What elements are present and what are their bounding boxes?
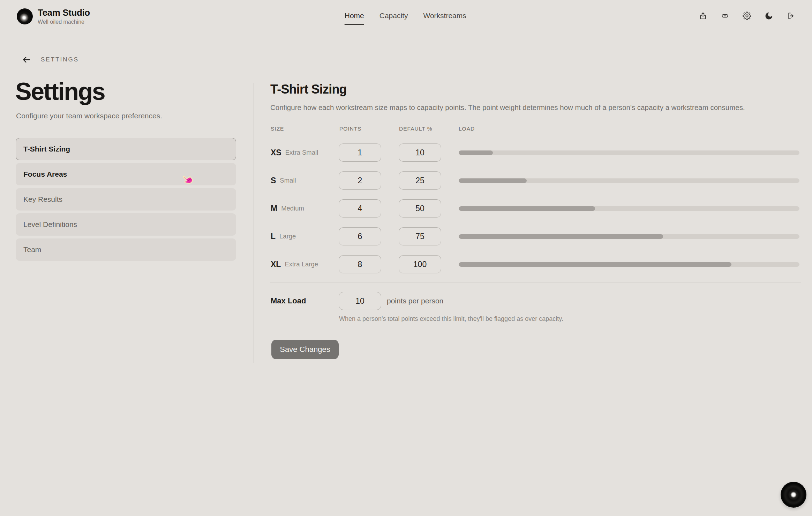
app-header: Team Studio Well oiled machine Home Capa… (0, 0, 812, 34)
section-divider (270, 282, 801, 282)
max-load-label: Max Load (271, 296, 306, 305)
max-load-input[interactable] (339, 292, 381, 310)
max-load-suffix: points per person (387, 297, 443, 305)
back-arrow-icon[interactable] (22, 55, 31, 64)
load-bar (459, 150, 799, 155)
size-row-l: L Large (270, 227, 801, 245)
menu-item-focus-areas[interactable]: Focus Areas (16, 163, 236, 185)
settings-gear-icon[interactable] (743, 12, 751, 20)
page-subtitle: Configure your team workspace preference… (16, 112, 162, 120)
breadcrumb-label: SETTINGS (41, 56, 79, 63)
load-bar-fill (459, 206, 595, 211)
points-input-m[interactable] (339, 199, 381, 218)
page-title: Settings (15, 78, 105, 105)
load-bar-fill (459, 234, 663, 239)
logout-icon[interactable] (787, 12, 795, 20)
menu-item-tshirt-sizing[interactable]: T-Shirt Sizing (16, 138, 236, 160)
link-icon[interactable] (721, 12, 729, 20)
settings-menu: T-Shirt Sizing Focus Areas Key Results L… (16, 138, 236, 264)
share-icon[interactable] (699, 12, 707, 20)
app-title: Team Studio (38, 8, 90, 18)
load-bar (459, 178, 799, 183)
points-input-xl[interactable] (339, 255, 381, 273)
menu-item-key-results[interactable]: Key Results (16, 188, 236, 211)
app-logo-icon (17, 8, 33, 24)
nav-workstreams[interactable]: Workstreams (423, 12, 466, 25)
default-pct-input-s[interactable] (399, 171, 441, 190)
max-load-help-text: When a person's total points exceed this… (339, 315, 563, 323)
panel-divider (254, 83, 254, 363)
save-changes-button[interactable]: Save Changes (271, 340, 339, 359)
size-name: Large (279, 233, 296, 240)
size-row-s: S Small (270, 171, 801, 190)
size-row-xs: XS Extra Small (270, 143, 801, 162)
load-bar-fill (459, 262, 731, 267)
brand: Team Studio Well oiled machine (17, 8, 90, 25)
default-pct-input-xl[interactable] (399, 255, 441, 273)
panel-title: T-Shirt Sizing (270, 82, 347, 97)
load-bar-fill (459, 150, 493, 155)
points-input-xs[interactable] (339, 143, 381, 162)
load-bar (459, 262, 799, 267)
breadcrumb: SETTINGS (22, 55, 79, 64)
points-input-l[interactable] (339, 227, 381, 245)
size-row-m: M Medium (270, 199, 801, 218)
size-row-xl: XL Extra Large (270, 255, 801, 273)
default-pct-input-xs[interactable] (399, 143, 441, 162)
menu-item-level-definitions[interactable]: Level Definitions (16, 213, 236, 236)
load-bar-fill (459, 178, 527, 183)
column-header-points: POINTS (339, 126, 362, 132)
app-tagline: Well oiled machine (38, 19, 90, 25)
size-abbr: XS (271, 148, 281, 157)
default-pct-input-l[interactable] (399, 227, 441, 245)
nav-capacity[interactable]: Capacity (379, 12, 408, 25)
size-abbr: S (271, 176, 276, 185)
default-pct-input-m[interactable] (399, 199, 441, 218)
floating-lens-button[interactable] (781, 482, 806, 508)
load-bar (459, 234, 799, 239)
points-input-s[interactable] (339, 171, 381, 190)
size-name: Medium (281, 205, 304, 212)
tshirt-sizing-panel: T-Shirt Sizing Configure how each workst… (270, 83, 801, 376)
size-name: Extra Large (285, 260, 318, 268)
size-abbr: XL (271, 260, 281, 269)
column-header-load: LOAD (459, 126, 475, 132)
size-name: Extra Small (285, 149, 318, 156)
dark-mode-moon-icon[interactable] (765, 12, 773, 20)
size-name: Small (280, 177, 296, 184)
load-bar (459, 206, 799, 211)
size-abbr: L (271, 232, 276, 241)
column-header-default-pct: DEFAULT % (399, 126, 432, 132)
header-actions (699, 12, 795, 20)
size-abbr: M (271, 204, 277, 213)
menu-item-team[interactable]: Team (16, 238, 236, 261)
main-nav: Home Capacity Workstreams (345, 12, 466, 25)
nav-home[interactable]: Home (345, 12, 364, 25)
panel-description: Configure how each workstream size maps … (270, 103, 797, 112)
column-header-size: SIZE (271, 126, 284, 132)
